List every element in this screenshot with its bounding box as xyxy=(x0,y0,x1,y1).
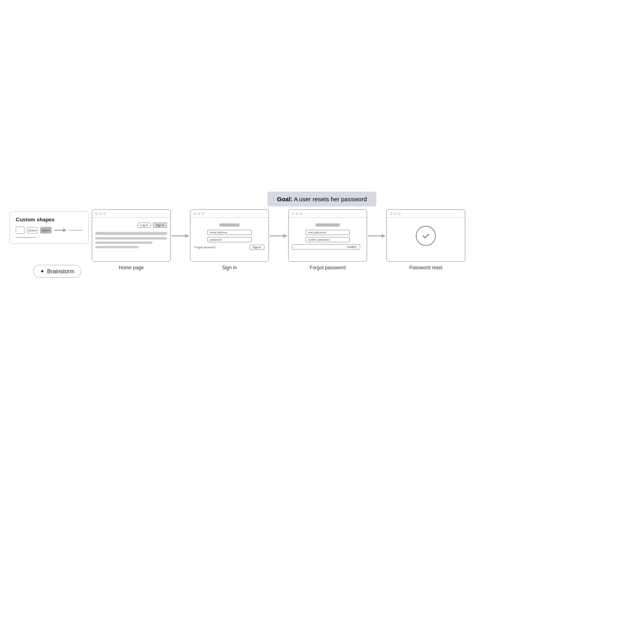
svg-marker-5 xyxy=(382,234,386,238)
check-circle xyxy=(416,226,436,246)
signin-footer: Forgot password Sign in xyxy=(194,245,265,250)
shape-line-2 xyxy=(16,237,36,238)
reset-label: Password reset xyxy=(409,265,443,270)
dot-1 xyxy=(194,213,196,215)
forgot-header-block xyxy=(316,223,340,227)
confirm-password-field: confirm password xyxy=(305,237,350,242)
signin-btn: Sign in xyxy=(153,223,167,228)
frame-wrapper-signin: email address password Forgot password S… xyxy=(190,209,269,270)
new-password-field: new password xyxy=(305,230,350,235)
flow-section: Log in Sign in Home page xyxy=(92,209,465,270)
flow-arrow-2 xyxy=(269,232,288,240)
shape-button-2: Button xyxy=(40,227,52,233)
flow-arrow-3 xyxy=(367,232,386,240)
password-field-wireframe: password xyxy=(207,237,252,242)
goal-label: Goal: xyxy=(277,196,292,202)
shapes-row-2 xyxy=(16,237,83,238)
reset-body xyxy=(387,218,465,254)
home-nav: Log in Sign in xyxy=(95,223,167,228)
home-body: Log in Sign in xyxy=(92,218,170,254)
goal-text: A user resets her password xyxy=(294,196,367,202)
dot-3 xyxy=(202,213,204,215)
frame-titlebar-signin xyxy=(190,210,268,218)
dot-1 xyxy=(390,213,392,215)
dot-3 xyxy=(103,213,106,215)
svg-marker-3 xyxy=(283,234,287,238)
dot-2 xyxy=(99,213,102,215)
frame-titlebar-reset xyxy=(387,210,465,218)
signin-header-block xyxy=(219,223,239,227)
custom-shapes-panel: Custom shapes Button Button xyxy=(10,211,89,244)
wireframe-signin: email address password Forgot password S… xyxy=(190,209,269,262)
dot-3 xyxy=(300,213,302,215)
dot-2 xyxy=(296,213,298,215)
frame-wrapper-reset: Password reset xyxy=(386,209,465,270)
home-label: Home page xyxy=(119,265,144,270)
flow-arrow-1 xyxy=(171,232,190,240)
forgot-label: Forgot password xyxy=(310,265,345,270)
hp-line-3 xyxy=(95,242,153,244)
hp-line-2 xyxy=(95,237,167,239)
shape-rect xyxy=(16,227,25,234)
brainstorm-label: Brainstorm xyxy=(47,268,74,275)
confirm-btn: Confirm xyxy=(292,244,360,250)
brainstorm-icon: ✦ xyxy=(40,268,45,275)
forgot-body: new password confirm password Confirm xyxy=(289,218,367,253)
shapes-row-1: Button Button xyxy=(16,227,83,234)
svg-marker-1 xyxy=(185,234,189,238)
signin-label: Sign in xyxy=(222,265,237,270)
forgot-link: Forgot password xyxy=(194,246,215,249)
goal-banner: Goal: A user resets her password xyxy=(267,192,376,206)
hp-line-4 xyxy=(95,246,138,248)
dot-3 xyxy=(398,213,400,215)
wireframe-forgot: new password confirm password Confirm xyxy=(288,209,367,262)
signin-body: email address password Forgot password S… xyxy=(190,218,268,253)
shape-arrow xyxy=(54,230,66,231)
dot-2 xyxy=(198,213,200,215)
frame-wrapper-home: Log in Sign in Home page xyxy=(92,209,171,270)
frame-titlebar-home xyxy=(92,210,170,218)
brainstorm-button[interactable]: ✦ Brainstorm xyxy=(33,265,81,278)
frame-titlebar-forgot xyxy=(289,210,367,218)
frame-wrapper-forgot: new password confirm password Confirm Fo… xyxy=(288,209,367,270)
login-btn: Log in xyxy=(138,223,151,228)
custom-shapes-title: Custom shapes xyxy=(16,217,83,223)
signin-submit-btn: Sign in xyxy=(250,245,264,250)
shape-button-1: Button xyxy=(27,227,38,233)
shape-line xyxy=(68,230,83,231)
wireframe-home: Log in Sign in xyxy=(92,209,171,262)
hp-line-1 xyxy=(95,232,167,235)
dot-2 xyxy=(394,213,396,215)
wireframe-reset xyxy=(386,209,465,262)
email-field-wireframe: email address xyxy=(207,230,252,235)
dot-1 xyxy=(95,213,98,215)
dot-1 xyxy=(292,213,294,215)
